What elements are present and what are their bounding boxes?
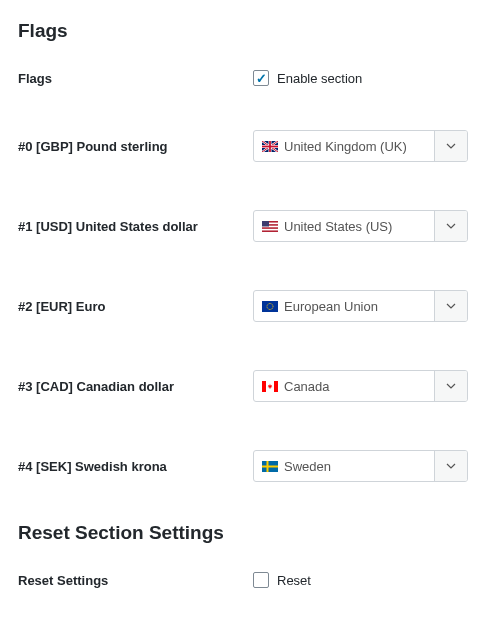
us-flag-icon [262,221,278,232]
chevron-down-icon [435,131,467,161]
country-select[interactable]: United Kingdom (UK) [253,130,468,162]
select-text: Sweden [284,459,331,474]
enable-section-cb-label: Enable section [277,71,362,86]
country-select[interactable]: Sweden [253,450,468,482]
select-value: European Union [254,291,435,321]
currency-row: #0 [GBP] Pound sterling United Kingdom (… [18,130,486,162]
reset-checkbox[interactable] [253,572,269,588]
se-flag-icon [262,461,278,472]
country-select[interactable]: Canada [253,370,468,402]
enable-section-label: Flags [18,71,253,86]
select-value: Canada [254,371,435,401]
currency-row: #2 [EUR] Euro European Union [18,290,486,322]
chevron-down-icon [435,451,467,481]
country-select[interactable]: United States (US) [253,210,468,242]
reset-label: Reset Settings [18,573,253,588]
select-value: United States (US) [254,211,435,241]
chevron-down-icon [435,291,467,321]
select-value: Sweden [254,451,435,481]
enable-section-checkbox[interactable] [253,70,269,86]
section-title-flags: Flags [18,20,486,42]
reset-cb-label: Reset [277,573,311,588]
currency-label: #3 [CAD] Canadian dollar [18,379,253,394]
uk-flag-icon [262,141,278,152]
currency-row: #4 [SEK] Swedish krona Sweden [18,450,486,482]
select-text: Canada [284,379,330,394]
eu-flag-icon [262,301,278,312]
country-select[interactable]: European Union [253,290,468,322]
select-text: United States (US) [284,219,392,234]
currency-row: #1 [USD] United States dollar United Sta… [18,210,486,242]
chevron-down-icon [435,211,467,241]
currency-row: #3 [CAD] Canadian dollar Canada [18,370,486,402]
select-text: United Kingdom (UK) [284,139,407,154]
currency-label: #1 [USD] United States dollar [18,219,253,234]
currency-label: #2 [EUR] Euro [18,299,253,314]
select-text: European Union [284,299,378,314]
reset-row: Reset Settings Reset [18,572,486,588]
enable-section-row: Flags Enable section [18,70,486,86]
chevron-down-icon [435,371,467,401]
currency-label: #4 [SEK] Swedish krona [18,459,253,474]
ca-flag-icon [262,381,278,392]
select-value: United Kingdom (UK) [254,131,435,161]
currency-label: #0 [GBP] Pound sterling [18,139,253,154]
section-title-reset: Reset Section Settings [18,522,486,544]
